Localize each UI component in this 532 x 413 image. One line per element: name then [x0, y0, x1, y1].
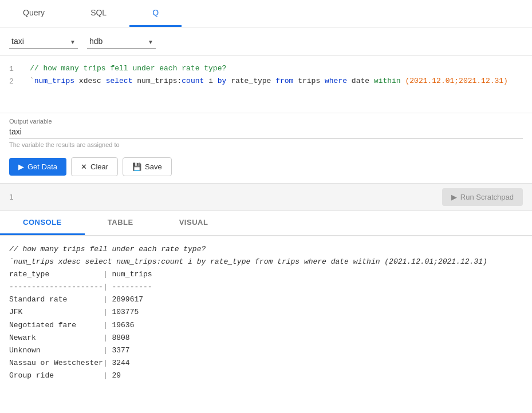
left-dropdown[interactable]: taxi flights weather: [9, 34, 78, 49]
tab-sql[interactable]: SQL: [68, 0, 129, 27]
console-line-5: JFK | 103775: [9, 306, 523, 319]
code-text-2: `num_trips xdesc select num_trips:count …: [30, 76, 508, 88]
tab-console[interactable]: CONSOLE: [0, 211, 85, 235]
right-dropdown[interactable]: hdb rdb idb: [87, 34, 156, 49]
get-data-button[interactable]: ▶ Get Data: [9, 158, 66, 176]
clear-label: Clear: [90, 162, 108, 171]
scratchpad-row: 1 ▶ Run Scratchpad: [0, 184, 532, 211]
console-line-4: Standard rate | 2899617: [9, 293, 523, 306]
console-output: // how many trips fell under each rate t…: [0, 236, 532, 389]
save-label: Save: [145, 162, 162, 171]
console-line-8: Unknown | 3377: [9, 344, 523, 357]
scratchpad-input[interactable]: [27, 190, 435, 204]
run-scratchpad-label: Run Scratchpad: [460, 193, 514, 201]
console-line-6: Negotiated fare | 19636: [9, 319, 523, 332]
console-line-9: Nassau or Westchester| 3244: [9, 357, 523, 370]
bottom-tabs: CONSOLE TABLE VISUAL: [0, 211, 532, 236]
play-icon: ▶: [18, 162, 24, 171]
tab-table[interactable]: TABLE: [85, 211, 156, 235]
output-variable-hint: The variable the results are assigned to: [9, 141, 523, 148]
console-line-10: Group ride | 29: [9, 370, 523, 382]
console-line-2: rate_type | num_trips: [9, 268, 523, 281]
tab-query[interactable]: Query: [0, 0, 68, 27]
x-icon: ✕: [81, 162, 87, 171]
save-icon: 💾: [132, 162, 141, 171]
left-dropdown-wrapper: taxi flights weather ▼: [9, 34, 78, 49]
console-line-3: ---------------------| ---------: [9, 281, 523, 293]
clear-button[interactable]: ✕ Clear: [71, 157, 118, 176]
line-num-1: 1: [9, 63, 23, 76]
dropdowns-row: taxi flights weather ▼ hdb rdb idb ▼: [0, 27, 532, 56]
output-variable-label: Output variable: [9, 118, 523, 125]
code-line-1: 1 // how many trips fell under each rate…: [9, 63, 523, 76]
buttons-row: ▶ Get Data ✕ Clear 💾 Save: [0, 150, 532, 184]
run-scratchpad-button[interactable]: ▶ Run Scratchpad: [442, 188, 523, 206]
code-comment-1: // how many trips fell under each rate t…: [30, 63, 226, 75]
right-dropdown-wrapper: hdb rdb idb ▼: [87, 34, 156, 49]
output-variable-section: Output variable taxi The variable the re…: [0, 113, 532, 150]
console-line-7: Newark | 8808: [9, 332, 523, 344]
top-tabs: Query SQL Q: [0, 0, 532, 27]
scratchpad-line-num: 1: [9, 193, 21, 201]
run-scratchpad-play-icon: ▶: [451, 193, 457, 201]
code-editor[interactable]: 1 // how many trips fell under each rate…: [0, 56, 532, 113]
console-line-1: `num_trips xdesc select num_trips:count …: [9, 256, 523, 268]
save-button[interactable]: 💾 Save: [123, 157, 172, 176]
console-line-0: // how many trips fell under each rate t…: [9, 243, 523, 256]
get-data-label: Get Data: [27, 162, 57, 171]
output-variable-value[interactable]: taxi: [9, 127, 523, 139]
tab-q[interactable]: Q: [129, 0, 182, 27]
line-num-2: 2: [9, 76, 23, 88]
tab-visual[interactable]: VISUAL: [156, 211, 231, 235]
code-line-2: 2 `num_trips xdesc select num_trips:coun…: [9, 76, 523, 88]
